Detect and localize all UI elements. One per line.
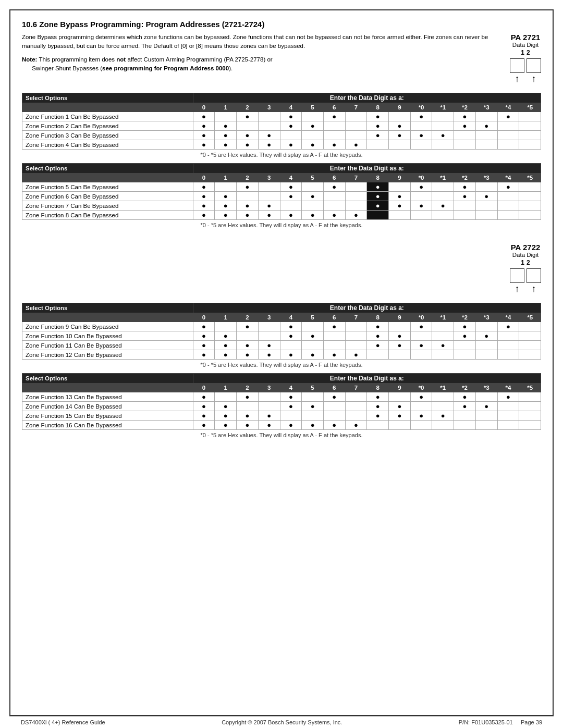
col-header-9: 9	[389, 384, 411, 392]
col-header-label	[22, 313, 193, 322]
table-row: Zone Function 12 Can Be Bypassed	[22, 350, 541, 360]
dot-cell	[475, 402, 497, 411]
empty-cell	[475, 131, 497, 140]
dot-icon	[376, 324, 380, 330]
pa2722-d1-label: 1	[521, 259, 524, 266]
dot-cell	[389, 331, 411, 341]
dot-icon	[246, 114, 250, 120]
dot-cell	[323, 140, 345, 150]
empty-cell	[345, 402, 367, 411]
empty-cell	[497, 121, 519, 131]
col-header-*0: *0	[410, 103, 432, 112]
enter-digit-header: Enter the Data Digit as a:	[193, 303, 541, 313]
col-header-2: 2	[237, 103, 259, 112]
dot-icon	[267, 203, 271, 209]
empty-cell	[367, 350, 389, 360]
empty-cell	[410, 121, 432, 131]
dot-icon	[311, 123, 315, 129]
empty-cell	[410, 331, 432, 341]
empty-cell	[302, 392, 324, 402]
dot-icon	[311, 333, 315, 339]
dot-cell	[410, 322, 432, 331]
col-header-*4: *4	[497, 174, 519, 182]
pa2722-digit1-box[interactable]	[510, 268, 524, 283]
dot-cell	[193, 331, 215, 341]
table-row: Zone Function 16 Can Be Bypassed	[22, 421, 541, 430]
dot-cell	[367, 112, 389, 121]
col-header-*5: *5	[519, 384, 541, 392]
dot-icon	[376, 184, 380, 190]
empty-cell	[410, 350, 432, 360]
dot-cell	[258, 421, 280, 430]
pa2721-header-block: PA 2721 Data Digit 1 2 ↑ ↑ Zone Bypass p…	[22, 33, 541, 88]
col-header-*2: *2	[454, 313, 476, 322]
footer-page: Page 39	[521, 719, 542, 725]
dot-icon	[376, 114, 380, 120]
empty-cell	[323, 331, 345, 341]
empty-cell	[367, 211, 389, 220]
pa2722-d2-label: 2	[527, 259, 530, 266]
col-header-2: 2	[237, 174, 259, 182]
col-header-4: 4	[280, 384, 302, 392]
dot-icon	[332, 114, 336, 120]
dot-cell	[367, 322, 389, 331]
col-header-*4: *4	[497, 313, 519, 322]
empty-cell	[475, 201, 497, 211]
dot-cell	[389, 192, 411, 201]
dot-icon	[332, 422, 336, 428]
dot-icon	[354, 142, 358, 148]
dot-icon	[463, 123, 467, 129]
pa2721-digit1-box[interactable]	[510, 58, 524, 73]
col-header-5: 5	[302, 384, 324, 392]
dot-cell	[237, 112, 259, 121]
footer: DS7400Xi ( 4+) Reference Guide Copyright…	[9, 716, 554, 728]
empty-cell	[475, 140, 497, 150]
data-table: Select OptionsEnter the Data Digit as a:…	[22, 303, 541, 360]
dot-cell	[410, 341, 432, 350]
empty-cell	[432, 140, 454, 150]
empty-cell	[345, 192, 367, 201]
dot-cell	[367, 192, 389, 201]
col-header-*1: *1	[432, 103, 454, 112]
dot-icon	[506, 114, 510, 120]
empty-cell	[454, 411, 476, 421]
dot-icon	[506, 324, 510, 330]
dot-icon	[267, 142, 271, 148]
pa2722-digit2-box[interactable]	[527, 268, 541, 283]
empty-cell	[432, 182, 454, 192]
empty-cell	[454, 131, 476, 140]
dot-icon	[202, 324, 206, 330]
dot-cell	[258, 131, 280, 140]
dot-icon	[202, 132, 206, 139]
empty-cell	[475, 392, 497, 402]
empty-cell	[497, 341, 519, 350]
col-header-1: 1	[215, 174, 237, 182]
empty-cell	[475, 182, 497, 192]
dot-icon	[506, 394, 510, 400]
empty-cell	[280, 131, 302, 140]
dot-cell	[302, 121, 324, 131]
pa2721-digit2-box[interactable]	[527, 58, 541, 73]
dot-cell	[454, 121, 476, 131]
row-label-0: Zone Function 5 Can Be Bypassed	[22, 182, 193, 192]
dot-icon	[267, 132, 271, 139]
row-label-1: Zone Function 2 Can Be Bypassed	[22, 121, 193, 131]
pa2721-d2-label: 2	[527, 49, 530, 56]
table-zones5-8: Select OptionsEnter the Data Digit as a:…	[22, 163, 541, 220]
empty-cell	[323, 411, 345, 421]
empty-cell	[410, 140, 432, 150]
dot-cell	[410, 112, 432, 121]
empty-cell	[345, 201, 367, 211]
empty-cell	[215, 322, 237, 331]
pa2722-block: PA 2722 Data Digit 1 2 ↑ ↑	[510, 243, 541, 293]
dot-icon	[419, 203, 423, 209]
dot-cell	[193, 140, 215, 150]
col-header-0: 0	[193, 384, 215, 392]
dot-icon	[202, 422, 206, 428]
dot-icon	[419, 342, 423, 349]
dot-cell	[237, 140, 259, 150]
empty-cell	[258, 322, 280, 331]
empty-cell	[258, 121, 280, 131]
dot-icon	[246, 184, 250, 190]
dot-cell	[237, 421, 259, 430]
